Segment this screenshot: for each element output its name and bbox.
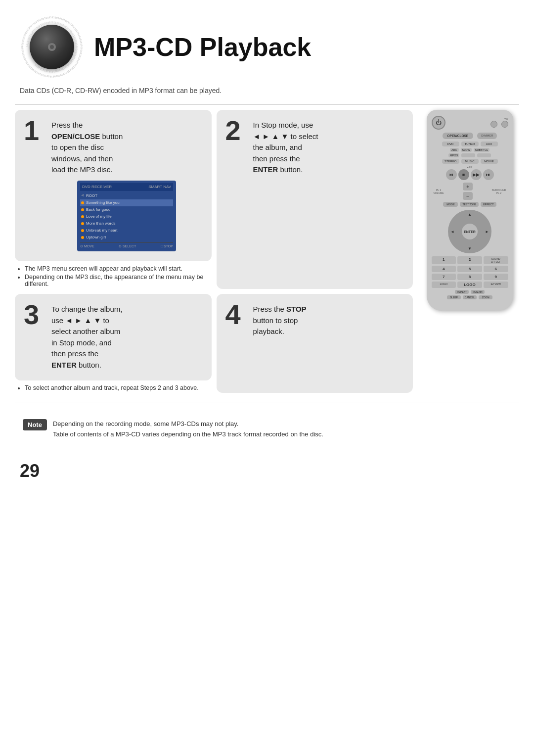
remote-nav-right-button[interactable]: ► [485,230,489,234]
step-3-column: 3 To change the album, use ◄ ► ▲ ▼ to se… [15,294,212,393]
note-box: Note Depending on the recording mode, so… [15,413,519,446]
page-number: 29 [0,456,534,491]
remote-num-7[interactable]: 7 [432,274,456,280]
remote-empty-2[interactable] [477,153,491,157]
remote-zoom-button[interactable]: ZOOM [479,295,492,299]
note-label: Note [23,419,47,430]
steps-row-3-4: 3 To change the album, use ◄ ► ▲ ▼ to se… [15,294,413,393]
screen-footer: ⊙ MOVE ⊙ SELECT □ STOP [80,242,173,249]
screen-header-left: DVD RECEIVER [82,184,112,190]
remote-function-row-2: MPOS [432,153,508,157]
track-name-3: Love of my life [86,214,112,220]
remote-sound-effect-button[interactable]: SOUNDEFFECT [484,256,508,264]
disc-image [30,25,74,69]
remote-aux-button[interactable]: AUX [481,142,498,146]
remote-power-button[interactable]: ⏻ [432,116,445,130]
remote-circle-1[interactable] [490,121,497,128]
step-1-notes: The MP3 menu screen will appear and play… [15,265,212,289]
screen-footer-stop: □ STOP [161,244,173,249]
remote-logo-button[interactable]: LOGO [432,282,456,288]
step-3-number: 3 [24,301,39,329]
screen-track-1: Something like you [80,199,173,206]
remote-movie-button[interactable]: MOVIE [481,159,498,164]
remote-circles [490,121,508,128]
steps-area: 1 Press the OPEN/CLOSE button to open th… [15,110,413,398]
remote-mode-button[interactable]: MODE [443,202,458,207]
remote-circle-2[interactable] [501,121,508,128]
remote-subtitle-button[interactable]: SUBTITLE [474,148,490,152]
remote-num-0[interactable]: LOGO [457,282,482,288]
remote-num-9[interactable]: 9 [484,274,508,280]
remote-stereo-button[interactable]: STEREO [442,159,459,164]
remote-prev-button[interactable]: ⏮ [446,169,457,180]
screen-root-icon: ⊲ [81,193,84,198]
remote-music-button[interactable]: MUSIC [461,159,479,164]
remote-cancel-button[interactable]: CANCEL [463,295,477,299]
remote-effect-button[interactable]: EFFECT [481,202,496,207]
remote-num-2[interactable]: 2 [457,256,482,264]
remote-test-tone-button[interactable]: TEST TONE [460,202,479,207]
remote-main-vol: + − [463,183,473,200]
remote-num-1[interactable]: 1 [432,256,456,264]
remote-vol-up-button[interactable]: + [463,183,473,190]
step-1-text: Press the OPEN/CLOSE button to open the … [51,120,201,176]
remote-num-8[interactable]: 8 [457,274,482,280]
remote-tuner-button[interactable]: TUNER [461,142,479,146]
remote-ezview-button[interactable]: EZ VIEW [484,282,508,288]
remote-open-close-button[interactable]: OPEN/CLOSE [443,133,474,139]
remote-mpos-button[interactable]: MPOS [448,153,459,157]
step-1-content: Press the OPEN/CLOSE button to open the … [51,120,201,251]
screen-header-right: SMART NAV [148,184,171,190]
power-icon: ⏻ [436,119,442,126]
step-4-bold: STOP [286,305,307,313]
play-icon: ▶▶ [473,172,480,177]
remote-stop-button[interactable]: ■ [458,169,469,180]
step-1-box: 1 Press the OPEN/CLOSE button to open th… [15,110,212,261]
remote-sleep-button[interactable]: SLEEP [447,295,461,299]
step-3-box: 3 To change the album, use ◄ ► ▲ ▼ to se… [15,294,212,380]
note-divider [15,403,519,403]
screen-image: DVD RECEIVER SMART NAV ⊲ ROOT Something … [77,181,176,252]
remote-num-5[interactable]: 5 [457,266,482,272]
remote-dvd-button[interactable]: DVD [442,142,459,146]
step-4-content: Press the STOP button to stop playback. [253,304,402,337]
remote-remain-button[interactable]: REMAIN [471,290,485,294]
remote-next-button[interactable]: ⏭ [483,169,494,180]
page-header: 0101010100101010101010100101010100101010… [0,0,534,84]
remote-category-row: STEREO MUSIC MOVIE [432,159,508,164]
remote-dimmer-button[interactable]: DIMMER [477,133,497,139]
remote-num-4[interactable]: 4 [432,266,456,272]
remote-play-button[interactable]: ▶▶ [471,169,482,180]
remote-function-row: ARC SLOW SUBTITLE [432,148,508,152]
note-text: Depending on the recording mode, some MP… [53,419,323,440]
remote-enter-button[interactable]: ENTER [462,224,478,239]
screen-root-row: ⊲ ROOT [80,192,173,199]
next-icon: ⏭ [486,172,490,177]
screen-track-2: Back for good [80,206,173,213]
prev-icon: ⏮ [449,172,453,177]
page-title: MP3-CD Playback [94,32,311,62]
note-item-1: Depending on the recording mode, some MP… [53,419,323,429]
step-4-number: 4 [225,301,241,329]
remote-area: ⏻ TV OPEN/CLOSE DIMMER [420,110,519,398]
remote-empty-1[interactable] [461,153,475,157]
remote-nav-up-button[interactable]: ▲ [468,212,472,217]
track-dot-3 [81,215,84,218]
step-1-note-2: Depending on the MP3 disc, the appearanc… [25,274,209,287]
vol-label: VOLUME [434,191,444,194]
step-3-content: To change the album, use ◄ ► ▲ ▼ to sele… [51,304,201,371]
screen-track-6: Uptown girl [80,234,173,241]
remote-control: ⏻ TV OPEN/CLOSE DIMMER [427,110,513,311]
step-2-bold: ENTER [253,165,278,174]
remote-vol-down-button[interactable]: − [463,192,473,200]
track-dot-5 [81,229,84,232]
remote-nav-left-button[interactable]: ◄ [450,230,454,234]
header-subtitle: Data CDs (CD-R, CD-RW) encoded in MP3 fo… [0,84,534,104]
remote-arc-button[interactable]: ARC [450,148,459,152]
step-1-note-1: The MP3 menu screen will appear and play… [25,265,209,272]
remote-slow-button[interactable]: SLOW [461,148,472,152]
remote-repeat-button[interactable]: REPEAT [455,290,469,294]
remote-num-6[interactable]: 6 [484,266,508,272]
remote-nav-down-button[interactable]: ▼ [468,246,472,251]
step-4-box: 4 Press the STOP button to stop playback… [217,294,413,393]
